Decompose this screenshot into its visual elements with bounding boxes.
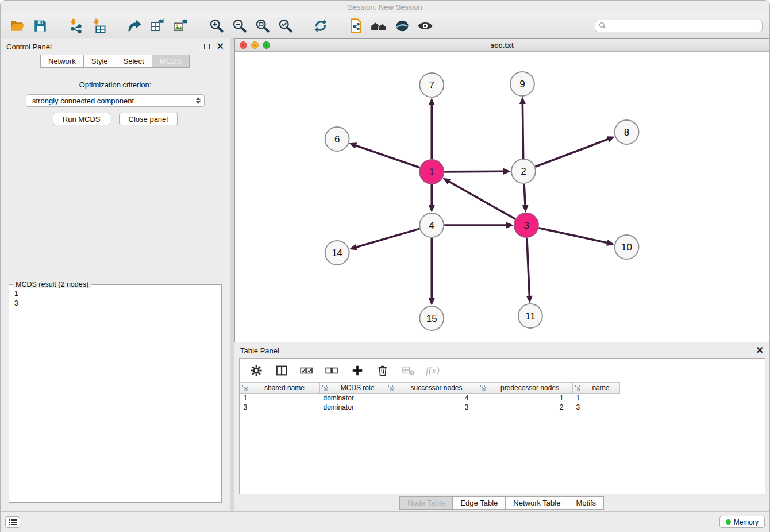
table-tab-node-table[interactable]: Node Table xyxy=(399,496,453,510)
graph-edge-2-3[interactable] xyxy=(524,184,525,206)
graph-node-3[interactable]: 3 xyxy=(514,213,538,237)
refresh-icon[interactable] xyxy=(311,16,330,36)
column-type-icon xyxy=(388,385,395,393)
graph-edge-arrow xyxy=(429,98,435,105)
graph-edge-arrow xyxy=(429,298,435,306)
table-cell[interactable]: 3 xyxy=(573,403,620,412)
control-tab-network[interactable]: Network xyxy=(40,55,84,68)
column-header-name[interactable]: name xyxy=(573,383,620,394)
control-panel-close-icon[interactable]: ✕ xyxy=(217,44,224,49)
graph-node-10[interactable]: 10 xyxy=(615,235,639,259)
table-cell[interactable]: 1 xyxy=(240,394,320,403)
network-graph[interactable]: 7968124314101511 xyxy=(235,52,769,342)
control-tab-mcds[interactable]: MCDS xyxy=(152,55,190,68)
graph-node-14[interactable]: 14 xyxy=(325,241,349,265)
window-close-icon[interactable]: × xyxy=(240,41,247,49)
apply-style-icon[interactable] xyxy=(392,16,412,36)
control-panel-float-icon[interactable] xyxy=(204,44,210,49)
column-header-shared-name[interactable]: shared name xyxy=(240,383,320,394)
graph-node-6[interactable]: 6 xyxy=(325,127,349,151)
table-cell[interactable]: 1 xyxy=(573,394,620,403)
graph-edge-2-8[interactable] xyxy=(535,139,609,167)
mcds-result-line: 1 xyxy=(14,289,216,299)
graph-node-1[interactable]: 1 xyxy=(419,160,444,184)
split-panel-icon[interactable] xyxy=(274,363,289,378)
status-bar: Memory xyxy=(1,511,769,532)
graph-node-8[interactable]: 8 xyxy=(615,120,639,144)
table-tab-edge-table[interactable]: Edge Table xyxy=(452,496,506,510)
delete-table-icon xyxy=(401,363,415,378)
select-all-columns-icon[interactable] xyxy=(299,363,314,378)
export-image-icon[interactable] xyxy=(171,16,190,36)
graph-node-4[interactable]: 4 xyxy=(419,213,444,237)
first-neighbors-icon[interactable] xyxy=(346,16,366,36)
table-row[interactable]: 1dominator411 xyxy=(240,394,620,403)
memory-button[interactable]: Memory xyxy=(719,516,765,528)
graph-node-9[interactable]: 9 xyxy=(510,72,534,96)
table-row[interactable]: 3dominator323 xyxy=(240,403,620,412)
control-tab-style[interactable]: Style xyxy=(83,55,116,68)
window-zoom-icon[interactable]: + xyxy=(263,41,270,49)
network-canvas[interactable]: 7968124314101511 xyxy=(235,52,769,342)
table-panel: Table Panel ✕ xyxy=(234,342,769,511)
global-search-input[interactable] xyxy=(609,21,759,30)
graph-node-7[interactable]: 7 xyxy=(419,73,444,97)
criterion-value: strongly connected component xyxy=(32,97,196,105)
graph-node-15[interactable]: 15 xyxy=(419,306,444,330)
show-graphics-details-icon[interactable] xyxy=(415,16,435,36)
import-table-from-file-icon[interactable] xyxy=(89,16,109,36)
table-cell[interactable]: 2 xyxy=(478,403,573,412)
zoom-out-icon[interactable] xyxy=(229,16,249,36)
column-header-mcds-role[interactable]: MCDS role xyxy=(320,383,386,394)
zoom-selected-icon[interactable] xyxy=(275,16,295,36)
column-header-successor-nodes[interactable]: successor nodes xyxy=(386,383,478,394)
network-window-titlebar[interactable]: scc.txt × − + xyxy=(235,39,769,52)
graph-edge-3-11[interactable] xyxy=(527,238,530,297)
table-cell[interactable]: 3 xyxy=(386,403,478,412)
network-view-window: scc.txt × − + 7968124314101511 xyxy=(234,38,769,342)
unselect-all-columns-icon[interactable] xyxy=(325,363,340,378)
window-minimize-icon[interactable]: − xyxy=(251,41,259,49)
graph-edge-2-9[interactable] xyxy=(522,103,523,159)
column-header-predecessor-nodes[interactable]: predecessor nodes xyxy=(478,383,573,394)
table-tab-motifs[interactable]: Motifs xyxy=(568,496,604,510)
graph-edge-4-14[interactable] xyxy=(355,229,419,248)
column-type-icon xyxy=(242,385,249,393)
task-history-button[interactable] xyxy=(5,516,20,528)
table-cell[interactable]: dominator xyxy=(320,394,386,403)
table-options-icon[interactable] xyxy=(249,363,264,378)
delete-columns-icon[interactable] xyxy=(375,363,390,378)
svg-text:10: 10 xyxy=(621,242,632,253)
table-cell[interactable]: 1 xyxy=(478,394,573,403)
open-file-icon[interactable] xyxy=(7,16,27,36)
export-table-icon[interactable] xyxy=(148,16,167,36)
search-icon xyxy=(599,22,606,29)
graph-node-11[interactable]: 11 xyxy=(518,304,542,328)
close-panel-button[interactable]: Close panel xyxy=(119,113,178,125)
zoom-in-icon[interactable] xyxy=(206,16,226,36)
control-tab-select[interactable]: Select xyxy=(116,55,152,68)
global-search[interactable] xyxy=(595,20,763,32)
table-panel-float-icon[interactable] xyxy=(744,348,749,353)
hide-unhide-icon[interactable] xyxy=(369,16,389,36)
zoom-fit-icon[interactable] xyxy=(252,16,272,36)
table-cell[interactable]: 4 xyxy=(386,394,478,403)
table-panel-close-icon[interactable]: ✕ xyxy=(756,348,764,353)
create-column-icon[interactable] xyxy=(350,363,365,378)
graph-edge-1-6[interactable] xyxy=(355,145,420,168)
graph-edge-3-10[interactable] xyxy=(538,228,608,243)
table-cell[interactable]: 3 xyxy=(240,403,320,412)
run-mcds-button[interactable]: Run MCDS xyxy=(53,113,110,125)
control-panel-title: Control Panel xyxy=(6,43,52,51)
table-cell[interactable]: dominator xyxy=(320,403,386,412)
optimization-criterion-select[interactable]: strongly connected component xyxy=(26,94,205,107)
save-icon[interactable] xyxy=(30,16,50,36)
table-tab-network-table[interactable]: Network Table xyxy=(505,496,568,510)
export-network-icon[interactable] xyxy=(125,16,144,36)
table-panel-title: Table Panel xyxy=(240,346,279,355)
graph-edge-3-1[interactable] xyxy=(448,181,515,219)
import-network-from-file-icon[interactable] xyxy=(66,16,86,36)
graph-node-2[interactable]: 2 xyxy=(511,159,536,183)
graph-edge-1-2[interactable] xyxy=(444,171,505,172)
mcds-result-legend: MCDS result (2 nodes) xyxy=(13,280,91,288)
